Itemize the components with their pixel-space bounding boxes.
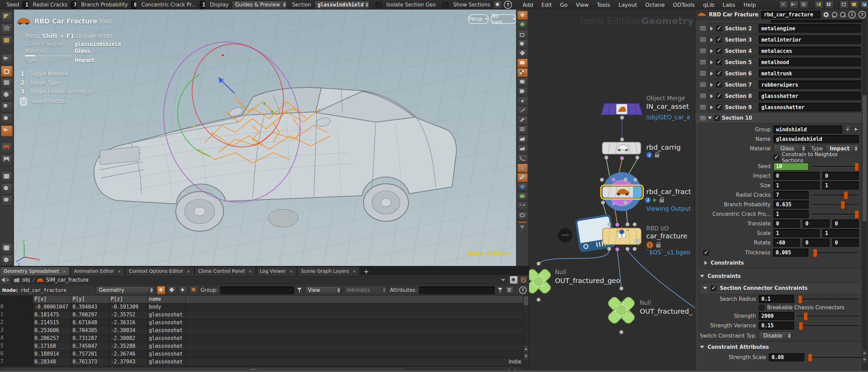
spreadsheet-help-icon[interactable]: ?: [519, 286, 527, 294]
menu-tools[interactable]: Tools: [593, 2, 614, 8]
menu-go[interactable]: Go: [556, 2, 572, 8]
section-name-input[interactable]: glassshatter: [759, 92, 861, 100]
capsule-display-icon[interactable]: [517, 211, 528, 220]
environment-map-icon[interactable]: [517, 192, 528, 201]
point-trail-icon[interactable]: [517, 116, 528, 125]
material-shade-cube-icon[interactable]: [517, 68, 528, 77]
spinner-icon[interactable]: [282, 1, 287, 9]
size-x-input[interactable]: 1: [773, 181, 820, 190]
node1-link-label[interactable]: /obj/GEO_car_a: [646, 114, 690, 121]
stereo-glasses-icon[interactable]: [517, 78, 528, 87]
section-name-input[interactable]: metalhood: [759, 58, 861, 66]
drag-handle-icon[interactable]: [700, 105, 706, 109]
expand-icon[interactable]: [710, 49, 713, 53]
menu-labs[interactable]: Labs: [718, 2, 739, 8]
table-row[interactable]: 3 0.253606 0.704305 -2.38034 glassnoshat: [0, 327, 523, 335]
thickness-input[interactable]: 0.005: [773, 249, 808, 257]
view-pane-icon[interactable]: [1, 183, 13, 194]
vscroll-thumb[interactable]: [524, 296, 528, 305]
group-filter-input[interactable]: [220, 286, 294, 294]
floating-panel-icon[interactable]: [840, 1, 849, 9]
rotate-z-input[interactable]: 0: [832, 239, 859, 247]
expand-icon[interactable]: [710, 27, 713, 31]
section-enable-checkbox[interactable]: [716, 48, 722, 54]
section-enable-checkbox[interactable]: [716, 26, 722, 31]
seed-input[interactable]: 10: [773, 162, 809, 170]
breadcrumb-root[interactable]: obj: [22, 277, 30, 283]
scroll-down-icon[interactable]: [863, 357, 867, 363]
show-sections-checkbox[interactable]: [443, 2, 448, 8]
scroll-down-icon[interactable]: [518, 224, 527, 232]
strength-variance-slider[interactable]: [797, 322, 859, 330]
concentric-crack-input[interactable]: 1: [200, 1, 205, 9]
point-display-icon[interactable]: [517, 97, 528, 106]
section-enable-checkbox[interactable]: [716, 59, 722, 65]
section-enable-checkbox[interactable]: [716, 93, 722, 99]
slider-knob[interactable]: [798, 295, 802, 303]
translate-tool-icon[interactable]: [1, 78, 13, 89]
section-name-input[interactable]: metalinterior: [759, 35, 861, 44]
template-flag-icon[interactable]: [653, 198, 657, 202]
color-palette-icon[interactable]: [815, 1, 823, 9]
notes-panel-icon[interactable]: [850, 1, 859, 9]
fan-wind-icon[interactable]: [517, 202, 528, 211]
pscroll-thumb[interactable]: [863, 95, 867, 221]
section-enable-checkbox[interactable]: [716, 71, 722, 76]
grid-display-icon[interactable]: [517, 11, 528, 20]
scroll-up-icon[interactable]: [524, 346, 528, 352]
strength-variance-input[interactable]: 0.15: [759, 322, 794, 330]
seed-slider[interactable]: [811, 162, 859, 170]
menu-view[interactable]: View: [572, 2, 593, 8]
expand-icon[interactable]: [710, 83, 713, 87]
expand-icon[interactable]: [710, 60, 713, 64]
section-10-row[interactable]: Section 10: [695, 113, 868, 123]
isolate-section-checkbox[interactable]: [376, 2, 382, 8]
scroll-up-icon[interactable]: [863, 350, 867, 356]
slider-knob[interactable]: [804, 312, 808, 321]
node6-name-label[interactable]: OUT_fractured_: [640, 307, 692, 315]
camera-select-button[interactable]: No cam: [491, 14, 516, 24]
impact-x-input[interactable]: 0: [773, 172, 820, 180]
tab-geometry-spreadsheet[interactable]: Geometry Spreadsheet×: [0, 267, 70, 275]
table-row[interactable]: 1 0.181475 0.700297 -2.35752 glassnoshat: [0, 311, 523, 319]
vertical-scrollbar[interactable]: [523, 296, 529, 372]
slider-knob[interactable]: [799, 322, 803, 330]
drag-handle-icon[interactable]: [700, 116, 706, 120]
seed-input[interactable]: 10: [23, 1, 28, 9]
expand-icon[interactable]: [710, 38, 713, 42]
constraints-folder[interactable]: Constraints: [695, 270, 868, 282]
switch-constraint-dropdown[interactable]: Disable: [759, 331, 792, 340]
slider-knob[interactable]: [808, 354, 812, 362]
section-name-input[interactable]: rubberwipers: [759, 80, 861, 89]
expand-icon[interactable]: [710, 105, 713, 109]
column-header-py[interactable]: P[y]: [71, 296, 109, 303]
branch-probability-input[interactable]: 0.635: [131, 1, 137, 9]
breadcrumb[interactable]: obj / SIM_car_fracture: [11, 276, 508, 284]
translate-x-input[interactable]: 0: [773, 220, 800, 228]
section-name-input[interactable]: metalacces: [759, 47, 861, 55]
menu-odtools[interactable]: ODTools: [669, 2, 699, 8]
section-name-input[interactable]: metaltrunk: [759, 69, 861, 78]
menu-edit[interactable]: Edit: [537, 2, 556, 8]
snapshot-icon[interactable]: [1, 243, 13, 254]
section-enable-checkbox[interactable]: [716, 37, 722, 43]
expand-icon[interactable]: [710, 94, 713, 98]
info-badge-icon[interactable]: i: [646, 152, 652, 158]
section10-constraints-folder[interactable]: Constraints: [700, 258, 864, 268]
secure-selection-lock-icon[interactable]: [1, 66, 13, 77]
translate-z-input[interactable]: 0: [832, 220, 859, 228]
rotate-tool-icon[interactable]: [1, 90, 13, 101]
concentric-crack-slider[interactable]: [811, 210, 859, 218]
branch-probability-slider[interactable]: [811, 200, 859, 209]
tree-view-icon[interactable]: [789, 1, 798, 9]
shade-mode-icon[interactable]: [1, 12, 13, 23]
table-row[interactable]: 5 0.17168 0.745047 -2.35288 glassnoshat: [0, 343, 523, 351]
spinner-icon[interactable]: [336, 286, 341, 294]
breadcrumb-node[interactable]: SIM_car_fracture: [46, 277, 89, 283]
search-radius-slider[interactable]: [797, 295, 859, 303]
warning-badge-icon[interactable]: !: [646, 241, 653, 249]
reflect-map-icon[interactable]: [517, 183, 528, 192]
normal-light-icon[interactable]: [517, 49, 528, 58]
drag-handle-icon[interactable]: [700, 83, 706, 87]
close-icon[interactable]: ×: [118, 269, 121, 274]
